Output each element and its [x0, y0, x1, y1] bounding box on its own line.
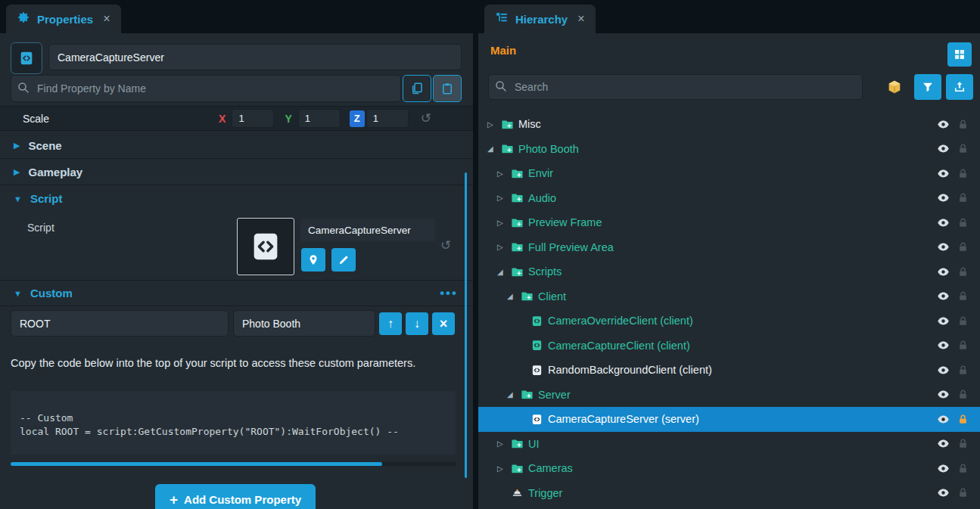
visibility-eye-icon[interactable] [937, 339, 950, 352]
edit-script-button[interactable] [331, 248, 356, 272]
lock-icon[interactable] [957, 290, 969, 302]
lock-icon[interactable] [957, 241, 969, 253]
reset-script-icon[interactable]: ↺ [440, 237, 451, 253]
lock-icon[interactable] [957, 487, 969, 498]
custom-property-name-input[interactable] [11, 310, 229, 337]
tree-row[interactable]: CameraOverrideClient (client) [478, 309, 980, 334]
tree-row[interactable]: Trigger [478, 481, 980, 506]
filter-icon[interactable] [914, 74, 941, 100]
scale-y-input[interactable] [298, 109, 341, 128]
visibility-eye-icon[interactable] [937, 265, 950, 278]
lock-icon[interactable] [957, 119, 969, 130]
tree-row[interactable]: ◢ Client [478, 284, 980, 309]
template-icon[interactable] [947, 42, 972, 67]
tree-row[interactable]: ◢ Scripts [478, 259, 980, 284]
tree-row[interactable]: RandomBackgroundClient (client) [478, 358, 980, 383]
tree-row[interactable]: ▷ Full Preview Area [478, 235, 980, 260]
find-property-input[interactable] [11, 75, 401, 102]
visibility-eye-icon[interactable] [937, 167, 950, 180]
lock-icon[interactable] [957, 414, 969, 425]
visibility-eye-icon[interactable] [937, 462, 950, 475]
tree-row[interactable]: CameraCaptureClient (client) [478, 334, 980, 358]
collapse-arrow-icon[interactable]: ◢ [507, 390, 521, 399]
vertical-scrollbar[interactable] [465, 172, 467, 478]
visibility-eye-icon[interactable] [937, 216, 950, 229]
tree-row[interactable]: ▷ Cameras [478, 456, 980, 481]
expand-arrow-icon[interactable]: ▷ [497, 464, 511, 473]
expand-arrow-icon[interactable]: ▶ [14, 167, 20, 177]
script-asset-name[interactable]: CameraCaptureServer [300, 219, 435, 241]
collapse-arrow-icon[interactable]: ◢ [487, 144, 501, 153]
lock-icon[interactable] [957, 340, 969, 351]
close-icon[interactable]: × [103, 13, 110, 25]
lock-icon[interactable] [957, 168, 969, 179]
visibility-eye-icon[interactable] [937, 118, 950, 131]
scale-x-input[interactable] [232, 109, 274, 128]
hierarchy-tab[interactable]: Hierarchy × [484, 5, 596, 33]
tree-row[interactable]: ▷ Misc [478, 112, 980, 137]
lock-icon[interactable] [957, 192, 969, 203]
lock-icon[interactable] [957, 463, 969, 474]
collapse-arrow-icon[interactable]: ▼ [14, 194, 22, 203]
move-up-button[interactable]: ↑ [379, 312, 402, 335]
object-name-input[interactable] [48, 44, 462, 70]
expand-arrow-icon[interactable]: ▷ [497, 243, 511, 251]
section-scene[interactable]: ▶ Scene [0, 132, 473, 159]
root-main-label[interactable]: Main [490, 44, 516, 57]
tree-row[interactable]: ▷ Preview Frame [478, 210, 980, 235]
custom-options-menu-icon[interactable]: ••• [440, 286, 458, 301]
reset-scale-icon[interactable]: ↺ [421, 110, 431, 126]
visibility-eye-icon[interactable] [937, 191, 950, 204]
visibility-eye-icon[interactable] [937, 290, 950, 303]
move-down-button[interactable]: ↓ [406, 312, 428, 335]
package-icon[interactable] [881, 74, 908, 100]
visibility-eye-icon[interactable] [937, 486, 950, 499]
lock-icon[interactable] [957, 438, 969, 449]
lock-icon[interactable] [957, 266, 969, 278]
tree-row[interactable]: ▷ Envir [478, 161, 980, 186]
section-script[interactable]: ▼ Script [0, 185, 473, 212]
lock-icon[interactable] [957, 217, 969, 228]
section-gameplay[interactable]: ▶ Gameplay [0, 159, 473, 185]
find-in-hierarchy-button[interactable] [301, 248, 325, 272]
visibility-eye-icon[interactable] [937, 364, 950, 377]
close-icon[interactable]: × [577, 13, 584, 25]
add-custom-property-button[interactable]: + Add Custom Property [155, 484, 316, 509]
lock-icon[interactable] [957, 315, 969, 327]
tree-row[interactable]: ▷ Audio [478, 186, 980, 211]
section-custom[interactable]: ▼ Custom ••• [0, 280, 473, 306]
expand-arrow-icon[interactable]: ▷ [487, 120, 501, 129]
export-icon[interactable] [946, 74, 973, 100]
lock-icon[interactable] [957, 365, 969, 376]
paste-properties-button[interactable] [433, 75, 462, 102]
visibility-eye-icon[interactable] [937, 437, 950, 450]
code-snippet-block[interactable]: -- Custom local ROOT = script:GetCustomP… [11, 391, 456, 455]
visibility-eye-icon[interactable] [937, 413, 950, 426]
expand-arrow-icon[interactable]: ▷ [497, 219, 511, 227]
visibility-eye-icon[interactable] [937, 142, 950, 155]
expand-arrow-icon[interactable]: ▷ [497, 169, 511, 178]
tree-row[interactable]: ▷ UI [478, 432, 980, 457]
horizontal-scrollbar-thumb[interactable] [11, 462, 382, 466]
properties-tab[interactable]: Properties × [6, 5, 121, 33]
expand-arrow-icon[interactable]: ▷ [497, 194, 511, 202]
tree-row[interactable]: ◢ Photo Booth [478, 137, 980, 162]
hierarchy-search-input[interactable] [488, 74, 863, 100]
copy-properties-button[interactable] [403, 75, 431, 102]
visibility-eye-icon[interactable] [937, 315, 950, 327]
visibility-eye-icon[interactable] [937, 241, 950, 253]
script-asset-thumbnail[interactable] [237, 218, 294, 275]
collapse-arrow-icon[interactable]: ▼ [14, 289, 22, 298]
expand-arrow-icon[interactable]: ▷ [497, 439, 511, 448]
horizontal-scrollbar[interactable] [11, 462, 456, 466]
scale-z-input[interactable] [366, 109, 409, 128]
custom-property-value-input[interactable] [233, 310, 375, 337]
delete-custom-property-button[interactable]: × [432, 312, 455, 335]
lock-icon[interactable] [957, 143, 969, 154]
tree-row[interactable]: CameraCaptureServer (server) [478, 407, 980, 432]
expand-arrow-icon[interactable]: ▶ [14, 141, 20, 151]
collapse-arrow-icon[interactable]: ◢ [507, 292, 521, 300]
tree-row[interactable]: ◢ Server [478, 383, 980, 408]
collapse-arrow-icon[interactable]: ◢ [497, 268, 511, 276]
visibility-eye-icon[interactable] [937, 388, 950, 401]
